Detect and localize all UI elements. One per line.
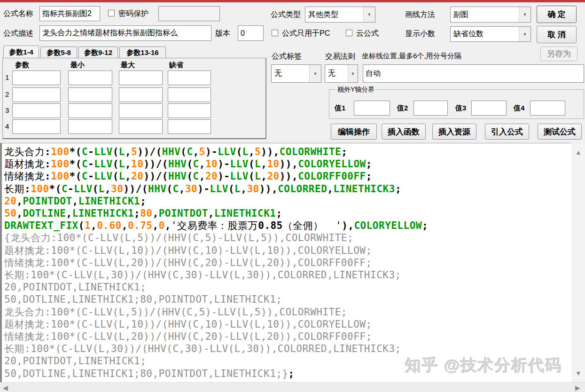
code-line: 50,DOTLINE,LINETHICK1;80,POINTDOT,LINETH… [4,293,571,306]
extra-y-axis-group-label: 额外Y轴分界 [335,86,376,94]
param-cell-input[interactable] [168,119,211,134]
param-cell-input[interactable] [119,71,163,85]
param-row-label: 4 [5,122,9,130]
chevron-down-icon[interactable]: ▼ [348,65,358,82]
decimals-label: 显示小数 [405,29,435,39]
param-cell-input[interactable] [12,103,61,118]
param-cell-input[interactable] [119,103,163,118]
vertical-scrollbar[interactable]: ▲ ▼ [571,143,585,382]
draw-method-select[interactable]: 副图 ▼ [450,7,531,23]
y-value-label: 值3 [455,104,466,113]
param-cell-input[interactable] [168,87,211,102]
trade-rule-label: 交易法则 [325,52,355,62]
code-line: 题材擒龙:100*(C-LLV(L,10))/(HHV(C,10)-LLV(L,… [4,318,571,330]
y-value-input[interactable] [530,101,565,116]
formula-name-input[interactable] [39,6,100,21]
y-value-input[interactable] [413,101,448,116]
param-cell-input[interactable] [168,71,211,85]
password-input[interactable] [158,6,220,21]
param-cell-input[interactable] [119,119,163,134]
watermark: 知乎 @技术分析代码 [405,355,562,376]
chevron-down-icon[interactable]: ▼ [519,7,530,22]
param-cell-input[interactable] [12,87,61,102]
param-row-label: 3 [5,106,9,114]
param-row-label: 1 [5,73,9,81]
formula-tag-select[interactable]: 无 ▼ [271,64,321,83]
code-line: 题材擒龙:100*(C-LLV(L,10))/(HHV(C,10)-LLV(L,… [4,244,571,257]
param-cell-input[interactable] [68,71,112,85]
draw-method-label: 画线方法 [405,10,435,20]
param-col-header: 最大 [121,61,135,70]
code-line: 龙头合力:100*(C-LLV(L,5))/(HHV(C,5)-LLV(L,5)… [4,306,571,318]
formula-desc-label: 公式描述 [3,29,33,39]
param-cell-input[interactable] [68,119,112,134]
window-top-edge [0,0,585,2]
y-value-label: 值2 [397,104,408,113]
code-line: 20,POINTDOT,LINETHICK1; [4,281,571,293]
code-line: 情绪擒龙:100*(C-LLV(L,20))/(HHV(C,20)-LLV(L,… [4,257,571,269]
code-line: 长期:100*(C-LLV(L,30))/(HHV(C,30)-LLV(L,30… [4,183,571,195]
tab-params-5-8[interactable]: 参数5-8 [40,47,77,58]
save-as-button[interactable]: 另存为 [540,47,577,61]
scroll-left-icon[interactable]: ◀ [3,384,8,391]
y-value-input[interactable] [471,101,507,116]
y-value-label: 值4 [514,104,524,113]
draw-method-value: 副图 [451,10,519,20]
tab-params-13-16[interactable]: 参数13-16 [119,47,166,58]
ok-button[interactable]: 确 定 [537,6,577,23]
version-input[interactable] [238,25,264,41]
pc-only-label: 公式只用于PC [282,29,330,39]
code-editor[interactable]: 龙头合力:100*(C-LLV(L,5))/(HHV(C,5)-LLV(L,5)… [0,143,571,382]
cloud-formula-checkbox[interactable] [346,30,352,36]
tab-params-1-4[interactable]: 参数1-4 [3,46,39,58]
code-line: 长期:100*(C-LLV(L,30))/(HHV(C,30)-LLV(L,30… [4,343,571,355]
trade-rule-value: 无 [325,69,348,78]
gridline-position-input[interactable] [363,64,584,83]
trade-rule-select[interactable]: 无 ▼ [325,64,358,83]
param-cell-input[interactable] [12,119,61,134]
code-line: 长期:100*(C-LLV(L,30))/(HHV(C,30)-LLV(L,30… [4,269,571,281]
code-line: 龙头合力:100*(C-LLV(L,5))/(HHV(C,5)-LLV(L,5)… [4,146,571,158]
chevron-down-icon[interactable]: ▼ [363,7,375,22]
code-line: 情绪擒龙:100*(C-LLV(L,20))/(HHV(C,20)-LLV(L,… [4,170,571,182]
version-label: 版本 [215,29,230,39]
formula-name-label: 公式名称 [3,9,33,19]
y-value-input[interactable] [354,101,390,116]
formula-type-label: 公式类型 [271,10,301,20]
param-cell-input[interactable] [68,87,112,102]
password-protect-label: 密码保护 [118,9,148,19]
password-protect-checkbox[interactable] [108,10,115,16]
code-line: 20,POINTDOT,LINETHICK1; [4,195,571,207]
param-cell-input[interactable] [68,103,112,118]
formula-editor-dialog: 公式名称 密码保护 公式类型 其他类型 ▼ 画线方法 副图 ▼ 确 定 公式描述… [0,0,585,392]
scroll-down-icon[interactable]: ▼ [575,370,582,376]
cloud-formula-label: 云公式 [356,29,379,39]
param-col-header: 最小 [70,61,85,70]
chevron-down-icon[interactable]: ▼ [309,65,321,82]
tab-params-9-12[interactable]: 参数9-12 [78,47,118,58]
formula-type-select[interactable]: 其他类型 ▼ [305,7,375,23]
pc-only-checkbox[interactable] [272,30,278,36]
horizontal-scrollbar[interactable]: ◀ ▶ [0,382,585,392]
code-line: {龙头合力:100*(C-LLV(L,5))/(HHV(C,5)-LLV(L,5… [4,232,571,244]
cancel-button[interactable]: 取 消 [537,26,577,43]
y-value-label: 值1 [335,104,345,113]
test-formula-button[interactable]: 测试公式 [538,124,582,140]
scroll-right-icon[interactable]: ▶ [575,384,580,391]
param-cell-input[interactable] [12,71,61,85]
param-cell-input[interactable] [119,87,163,102]
formula-tag-value: 无 [272,69,309,78]
edit-operations-button[interactable]: 编辑操作 [331,124,377,140]
insert-function-button[interactable]: 插入函数 [382,124,426,140]
formula-tag-label: 公式标签 [272,52,302,62]
formula-type-value: 其他类型 [305,10,363,20]
formula-desc-input[interactable] [39,25,211,41]
code-line: 50,DOTLINE,LINETHICK1;80,POINTDOT,LINETH… [4,207,571,220]
param-cell-input[interactable] [168,103,211,118]
decimals-select[interactable]: 缺省位数 ▼ [450,26,531,42]
chevron-down-icon[interactable]: ▼ [519,27,530,41]
scroll-up-icon[interactable]: ▲ [575,149,582,156]
import-formula-button[interactable]: 引入公式 [485,124,529,140]
insert-resource-button[interactable]: 插入资源 [432,124,476,140]
param-col-header: 参数 [15,61,29,70]
